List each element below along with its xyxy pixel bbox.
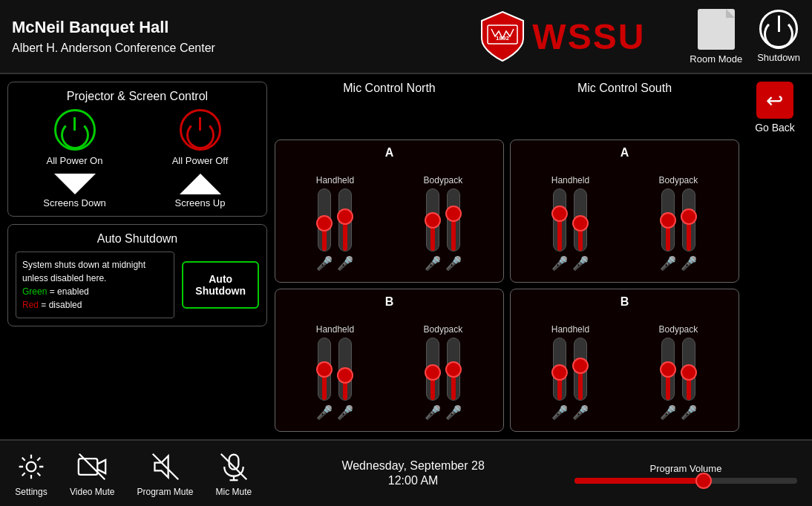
sa-handheld-mic-icon2: 🎤 — [572, 255, 589, 272]
video-mute-label: Video Mute — [70, 487, 115, 497]
all-power-on-button[interactable]: All Power On — [16, 109, 134, 166]
svg-point-2 — [27, 461, 36, 471]
nb-bp-thumb1[interactable] — [425, 364, 441, 381]
handheld-slider2-container: 🎤 — [337, 188, 353, 272]
sb-bp-thumb2[interactable] — [681, 364, 697, 381]
sb-h-thumb2[interactable] — [572, 358, 589, 374]
sa-handheld-slider2[interactable] — [574, 188, 587, 252]
sa-bp-s1: 🎤 — [660, 188, 676, 272]
mic-mute-icon — [217, 450, 250, 483]
nb-h-thumb1[interactable] — [316, 361, 333, 378]
nb-handheld-label: Handheld — [316, 324, 354, 335]
left-panel: Projector & Screen Control All Power On … — [7, 82, 267, 432]
header-controls: Room Mode Shutdown — [690, 9, 800, 65]
shutdown-label: Shutdown — [757, 52, 800, 63]
sb-h-slider1[interactable] — [553, 338, 566, 401]
power-on-icon — [54, 109, 96, 151]
sa-bp-thumb2[interactable] — [681, 208, 697, 225]
sa-bp-slider2[interactable] — [682, 188, 695, 252]
sb-h-thumb1[interactable] — [551, 364, 568, 381]
mic-north-header: Mic Control North — [275, 82, 504, 134]
go-back-label: Go Back — [755, 122, 795, 134]
svg-line-4 — [79, 453, 105, 479]
south-a-bodypack-slider: 🎤 🎤 — [660, 188, 697, 272]
sb-bp-slider1[interactable] — [661, 338, 675, 401]
program-mute-icon — [149, 450, 182, 483]
sa-bp-slider1[interactable] — [661, 188, 675, 252]
screens-up-button[interactable]: Screens Up — [141, 174, 259, 208]
settings-button[interactable]: Settings — [15, 450, 48, 497]
header-title: McNeil Banquet Hall Albert H. Anderson C… — [12, 18, 458, 55]
screens-down-label: Screens Down — [43, 197, 106, 208]
mic-north-b-handheld: Handheld 🎤 — [316, 324, 354, 421]
video-mute-button[interactable]: Video Mute — [70, 450, 115, 497]
nb-handheld-slider: 🎤 🎤 — [316, 338, 353, 421]
volume-label: Program Volume — [650, 463, 722, 474]
nb-bp-mic-icon: 🎤 — [425, 404, 441, 421]
bodypack-mic-icon: 🎤 — [425, 255, 441, 272]
slider-thumb[interactable] — [316, 215, 333, 231]
time-display: 12:00 AM — [274, 474, 552, 487]
handheld-label: Handheld — [316, 175, 354, 185]
main-content: Projector & Screen Control All Power On … — [0, 74, 812, 439]
mic-mute-label: Mic Mute — [216, 487, 252, 497]
all-power-off-button[interactable]: All Power Off — [141, 109, 259, 166]
handheld-slider-area: 🎤 🎤 — [316, 188, 353, 272]
bp-slider-thumb[interactable] — [425, 212, 441, 229]
nb-bp-slider1[interactable] — [426, 338, 439, 401]
nb-h-slider1[interactable] — [318, 338, 331, 401]
red-value: = disabled — [39, 300, 82, 310]
program-mute-button[interactable]: Program Mute — [137, 450, 194, 497]
sa-h-thumb2[interactable] — [572, 215, 589, 231]
nb-h-slider2[interactable] — [338, 338, 352, 401]
all-power-on-label: All Power On — [47, 155, 103, 166]
bodypack-volume-slider[interactable] — [426, 188, 439, 252]
sa-handheld-s2: 🎤 — [572, 188, 589, 272]
sb-bp-slider2[interactable] — [682, 338, 695, 401]
mic-south-a-bodypack: Bodypack 🎤 — [659, 175, 698, 272]
datetime-display: Wednesday, September 28 12:00 AM — [274, 459, 552, 487]
video-mute-icon — [76, 450, 108, 483]
bp-slider-thumb2[interactable] — [445, 206, 462, 222]
volume-thumb[interactable] — [695, 473, 712, 489]
nb-h-s2: 🎤 — [337, 338, 353, 421]
mic-north-b-section: B Handheld 🎤 — [275, 289, 504, 432]
right-content: Mic Control North Mic Control South ↩ Go… — [275, 82, 805, 432]
sb-bodypack-slider: 🎤 🎤 — [660, 338, 697, 421]
handheld-volume-slider[interactable] — [318, 188, 331, 252]
handheld-mic-icon: 🎤 — [316, 255, 333, 272]
sa-h-thumb1[interactable] — [551, 206, 568, 222]
nb-bp-mic-icon2: 🎤 — [445, 404, 462, 421]
sb-h-slider2[interactable] — [574, 338, 587, 401]
slider-thumb2[interactable] — [337, 208, 353, 225]
go-back-button[interactable]: ↩ Go Back — [755, 82, 795, 134]
handheld-volume-slider2[interactable] — [338, 188, 352, 252]
mic-south-a-channels: Handheld 🎤 — [517, 164, 733, 272]
sa-bp-s2: 🎤 — [681, 188, 697, 272]
shutdown-button[interactable]: Shutdown — [757, 10, 800, 63]
all-power-off-label: All Power Off — [172, 155, 229, 166]
power-off-icon — [180, 109, 221, 151]
sb-bp-mic-icon: 🎤 — [660, 404, 676, 421]
nb-bodypack-label: Bodypack — [424, 324, 463, 335]
mic-mute-button[interactable]: Mic Mute — [216, 450, 252, 497]
sa-bp-thumb1[interactable] — [660, 212, 676, 229]
nb-bp-thumb2[interactable] — [445, 361, 462, 378]
auto-shutdown-button[interactable]: AutoShutdown — [182, 261, 259, 309]
video-slash-icon — [77, 452, 107, 482]
nb-h-mic-icon2: 🎤 — [337, 404, 353, 421]
mic-north-a-label: A — [281, 146, 497, 160]
sb-bp-thumb1[interactable] — [660, 361, 676, 378]
handheld-mic-icon2: 🎤 — [337, 255, 353, 272]
program-volume-slider[interactable] — [574, 478, 797, 484]
room-mode-button[interactable]: Room Mode — [690, 9, 742, 65]
arrow-down-icon — [54, 174, 96, 194]
go-back-area: ↩ Go Back — [745, 82, 805, 134]
sa-handheld-s1: 🎤 — [551, 188, 568, 272]
nb-bp-s2: 🎤 — [445, 338, 462, 421]
bodypack-volume-slider2[interactable] — [447, 188, 460, 252]
screens-down-button[interactable]: Screens Down — [16, 174, 134, 208]
sa-handheld-slider1[interactable] — [553, 188, 566, 252]
nb-h-thumb2[interactable] — [337, 367, 353, 384]
nb-bp-slider2[interactable] — [447, 338, 460, 401]
